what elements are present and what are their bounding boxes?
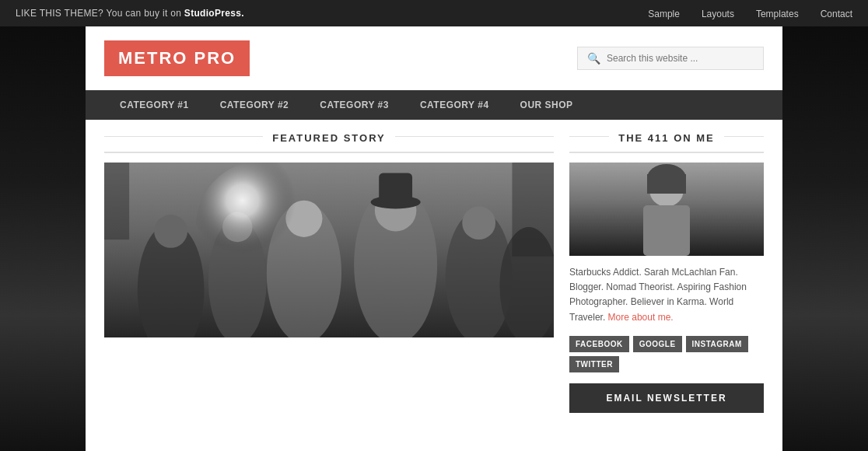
nav-item-cat3[interactable]: CATEGORY #3 xyxy=(304,90,404,120)
search-icon: 🔍 xyxy=(587,52,600,65)
site-header: METRO PRO 🔍 xyxy=(86,26,782,90)
search-input[interactable] xyxy=(607,53,754,64)
featured-image xyxy=(104,163,554,337)
email-newsletter-title: EMAIL NEWSLETTER xyxy=(579,393,754,404)
city-right-bg xyxy=(775,0,868,451)
sidebar-portrait xyxy=(569,163,764,256)
top-nav-link-layouts[interactable]: Layouts xyxy=(702,9,734,19)
google-button[interactable]: GOOGLE xyxy=(633,336,682,352)
more-about-link[interactable]: More about me. xyxy=(608,312,674,323)
nav-link-cat4[interactable]: CATEGORY #4 xyxy=(404,90,505,120)
sidebar-section-title: THE 411 ON ME xyxy=(569,120,764,153)
svg-point-11 xyxy=(462,206,495,239)
nav-link-cat3[interactable]: CATEGORY #3 xyxy=(304,90,404,120)
promo-brand: StudioPress. xyxy=(184,8,244,19)
site-logo[interactable]: METRO PRO xyxy=(104,40,250,76)
featured-photo-svg xyxy=(104,163,554,337)
nav-item-cat1[interactable]: CATEGORY #1 xyxy=(104,90,205,120)
nav-item-cat4[interactable]: CATEGORY #4 xyxy=(404,90,505,120)
city-left-bg xyxy=(0,0,93,451)
nav-item-cat2[interactable]: CATEGORY #2 xyxy=(205,90,305,120)
nav-link-cat1[interactable]: CATEGORY #1 xyxy=(104,90,205,120)
svg-point-12 xyxy=(196,163,329,294)
top-nav-item-contact[interactable]: Contact xyxy=(821,6,852,20)
top-nav-link-sample[interactable]: Sample xyxy=(648,9,680,19)
top-nav-item-sample[interactable]: Sample xyxy=(648,6,680,20)
featured-section-title: FEATURED STORY xyxy=(104,120,554,153)
top-nav: Sample Layouts Templates Contact xyxy=(648,6,852,20)
sidebar-bio: Starbucks Addict. Sarah McLachlan Fan. B… xyxy=(569,265,764,325)
top-bar: LIKE THIS THEME? You can buy it on Studi… xyxy=(0,0,868,26)
svg-rect-22 xyxy=(569,163,764,256)
main-container: METRO PRO 🔍 CATEGORY #1 CATEGORY #2 CATE… xyxy=(86,26,782,451)
nav-item-shop[interactable]: OUR SHOP xyxy=(505,90,589,120)
sidebar: THE 411 ON ME xyxy=(569,120,764,413)
featured-photo xyxy=(104,163,554,337)
social-buttons: FACEBOOK GOOGLE INSTAGRAM TWITTER xyxy=(569,336,764,372)
promo-text: LIKE THIS THEME? You can buy it on Studi… xyxy=(16,8,244,19)
email-newsletter: EMAIL NEWSLETTER xyxy=(569,383,764,413)
content-area: FEATURED STORY xyxy=(86,120,782,413)
sidebar-photo-svg xyxy=(569,163,764,256)
nav-link-shop[interactable]: OUR SHOP xyxy=(505,90,589,120)
twitter-button[interactable]: TWITTER xyxy=(569,356,619,372)
main-column: FEATURED STORY xyxy=(104,120,554,413)
search-box: 🔍 xyxy=(577,47,764,70)
top-nav-link-templates[interactable]: Templates xyxy=(756,9,799,19)
svg-rect-14 xyxy=(379,173,412,201)
facebook-button[interactable]: FACEBOOK xyxy=(569,336,629,352)
top-nav-link-contact[interactable]: Contact xyxy=(821,9,852,19)
nav-link-cat2[interactable]: CATEGORY #2 xyxy=(205,90,305,120)
svg-rect-15 xyxy=(104,163,129,239)
svg-point-7 xyxy=(154,215,187,248)
svg-rect-16 xyxy=(512,163,554,257)
instagram-button[interactable]: INSTAGRAM xyxy=(686,336,748,352)
top-nav-item-layouts[interactable]: Layouts xyxy=(702,6,734,20)
top-nav-item-templates[interactable]: Templates xyxy=(756,6,799,20)
site-nav: CATEGORY #1 CATEGORY #2 CATEGORY #3 CATE… xyxy=(86,90,782,120)
nav-list: CATEGORY #1 CATEGORY #2 CATEGORY #3 CATE… xyxy=(104,90,764,120)
